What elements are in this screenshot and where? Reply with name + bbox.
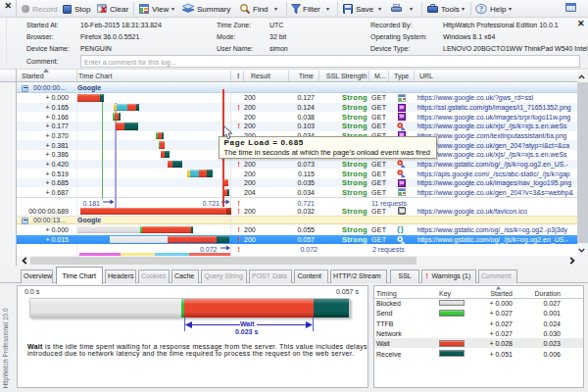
svg-text:?: ?	[479, 5, 483, 14]
